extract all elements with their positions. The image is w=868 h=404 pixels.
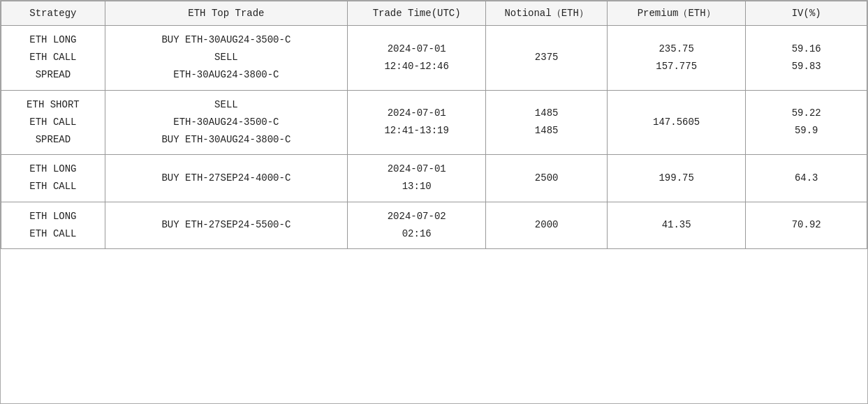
table-row: ETH LONGETH CALLBUY ETH-27SEP24-4000-C20…	[1, 155, 867, 202]
cell-time: 2024-07-0112:41-13:19	[347, 90, 485, 155]
cell-iv: 70.92	[746, 202, 867, 248]
cell-strategy: ETH SHORTETH CALLSPREAD	[1, 90, 105, 155]
cell-iv: 59.2259.9	[746, 90, 867, 155]
cell-time: 2024-07-0202:16	[347, 202, 485, 248]
cell-time: 2024-07-0112:40-12:46	[347, 26, 485, 91]
cell-top-trade: BUY ETH-27SEP24-4000-C	[105, 155, 347, 202]
header-premium: Premium（ETH）	[607, 1, 745, 26]
cell-premium: 199.75	[607, 155, 745, 202]
table-row: ETH SHORTETH CALLSPREADSELLETH-30AUG24-3…	[1, 90, 867, 155]
cell-premium: 41.35	[607, 202, 745, 248]
cell-strategy: ETH LONGETH CALL	[1, 202, 105, 248]
main-table-wrapper: Strategy ETH Top Trade Trade Time(UTC) N…	[0, 0, 868, 404]
header-trade-time: Trade Time(UTC)	[347, 1, 485, 26]
cell-premium: 235.75157.775	[607, 26, 745, 91]
cell-notional: 2500	[486, 155, 608, 202]
cell-premium: 147.5605	[607, 90, 745, 155]
table-row: ETH LONGETH CALLBUY ETH-27SEP24-5500-C20…	[1, 202, 867, 248]
cell-top-trade: BUY ETH-30AUG24-3500-CSELLETH-30AUG24-38…	[105, 26, 347, 91]
header-row: Strategy ETH Top Trade Trade Time(UTC) N…	[1, 1, 867, 26]
cell-strategy: ETH LONGETH CALL	[1, 155, 105, 202]
cell-time: 2024-07-0113:10	[347, 155, 485, 202]
header-top-trade: ETH Top Trade	[105, 1, 347, 26]
header-strategy: Strategy	[1, 1, 105, 26]
cell-iv: 64.3	[746, 155, 867, 202]
eth-top-trade-table: Strategy ETH Top Trade Trade Time(UTC) N…	[1, 1, 867, 249]
cell-notional: 2375	[486, 26, 608, 91]
cell-top-trade: BUY ETH-27SEP24-5500-C	[105, 202, 347, 248]
cell-iv: 59.1659.83	[746, 26, 867, 91]
table-row: ETH LONGETH CALLSPREADBUY ETH-30AUG24-35…	[1, 26, 867, 91]
cell-notional: 2000	[486, 202, 608, 248]
cell-notional: 14851485	[486, 90, 608, 155]
header-iv: IV(%)	[746, 1, 867, 26]
header-notional: Notional（ETH）	[486, 1, 608, 26]
cell-strategy: ETH LONGETH CALLSPREAD	[1, 26, 105, 91]
cell-top-trade: SELLETH-30AUG24-3500-CBUY ETH-30AUG24-38…	[105, 90, 347, 155]
